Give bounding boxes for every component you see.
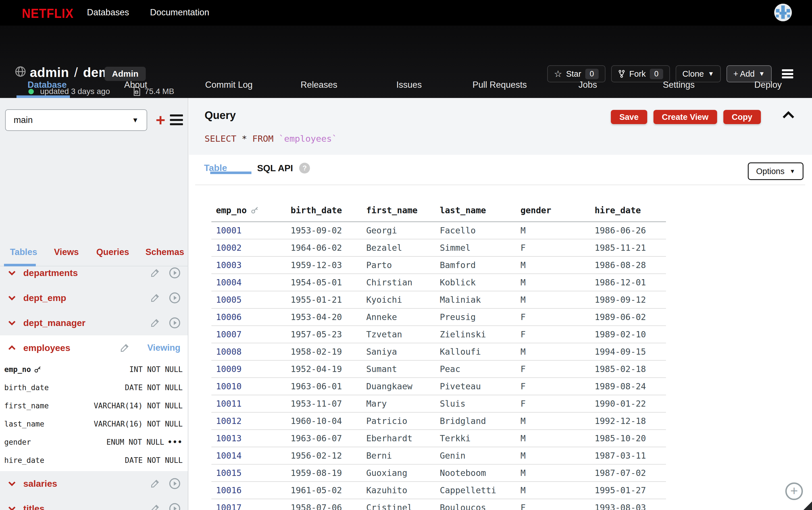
column-header-first_name[interactable]: first_name [362,205,435,215]
table-cell: M [516,416,590,426]
column-row-emp_no: emp_noINT NOT NULL [0,360,188,379]
save-button[interactable]: Save [611,110,647,124]
table-item-salaries[interactable]: salaries [0,471,188,496]
row-id-link[interactable]: 10008 [211,347,286,357]
run-table-icon[interactable] [169,292,180,304]
options-button[interactable]: Options ▼ [748,162,804,180]
row-id-link[interactable]: 10005 [211,295,286,305]
table-cell: Parto [362,260,435,270]
table-cell: 1985-10-20 [590,433,666,443]
row-id-link[interactable]: 10011 [211,399,286,409]
netflix-logo[interactable]: NETFLIX [22,6,74,21]
tab-sql-api[interactable]: SQL API ? [257,163,310,174]
run-table-icon[interactable] [169,317,180,329]
top-nav-link-databases[interactable]: Databases [87,7,129,18]
table-cell: 1994-09-15 [590,347,666,357]
column-header-birth_date[interactable]: birth_date [286,205,362,215]
edit-table-icon[interactable] [150,293,160,303]
sql-query-text[interactable]: SELECT * FROM `employees` [205,133,337,144]
row-id-link[interactable]: 10016 [211,485,286,495]
run-table-icon[interactable] [169,267,180,278]
run-table-icon[interactable] [169,503,180,510]
table-cell: M [516,468,590,478]
table-row: 100021964-06-02BezalelSimmelF1985-11-21 [211,239,666,257]
table-cell: Guoxiang [362,468,435,478]
edit-table-icon[interactable] [150,318,160,328]
row-id-link[interactable]: 10002 [211,243,286,253]
row-id-link[interactable]: 10014 [211,451,286,460]
edit-table-icon[interactable] [150,504,160,510]
edit-table-icon[interactable] [150,479,160,488]
table-cell: 1989-09-12 [590,295,666,305]
chevron-down-icon[interactable] [8,320,18,326]
tab-deploy[interactable]: Deploy [754,80,782,90]
tab-database[interactable]: Database [28,80,67,90]
chevron-up-icon[interactable] [8,345,18,351]
chevron-down-icon[interactable] [8,481,18,486]
table-row: 100171958-07-06CristinelBouloucosF1993-0… [211,499,666,510]
add-row-button[interactable]: + [785,482,803,500]
table-item-titles[interactable]: titles [0,496,188,510]
edit-table-icon[interactable] [150,268,160,278]
tab-releases[interactable]: Releases [300,80,337,90]
query-panel: Query SELECT * FROM `employees` Save Cre… [189,98,812,155]
sidebar-tab-queries[interactable]: Queries [96,247,129,257]
sidebar-tab-schemas[interactable]: Schemas [145,247,184,257]
branch-select[interactable]: main ▼ [5,109,147,131]
table-cell: M [516,295,590,305]
row-id-link[interactable]: 10013 [211,433,286,443]
help-icon[interactable]: ? [299,163,310,174]
table-row: 100101963-06-01DuangkaewPiveteauF1989-08… [211,378,666,395]
run-table-icon[interactable] [169,478,180,489]
table-item-dept_manager[interactable]: dept_manager [0,310,188,335]
tab-about[interactable]: About [124,80,147,90]
row-id-link[interactable]: 10012 [211,416,286,426]
row-id-link[interactable]: 10004 [211,277,286,288]
row-id-link[interactable]: 10009 [211,364,286,374]
create-view-button[interactable]: Create View [654,110,717,124]
user-avatar[interactable] [774,4,792,21]
chevron-down-icon: ▼ [789,168,795,175]
sidebar-tab-tables[interactable]: Tables [10,247,37,257]
edit-table-icon[interactable] [120,343,129,353]
row-id-link[interactable]: 10001 [211,226,286,235]
table-cell: 1964-06-02 [286,243,362,253]
top-nav-link-documentation[interactable]: Documentation [150,7,209,18]
branch-menu-icon[interactable] [170,114,183,125]
row-id-link[interactable]: 10003 [211,260,286,270]
collapse-query-icon[interactable] [782,111,795,119]
tab-issues[interactable]: Issues [396,80,422,90]
tab-settings[interactable]: Settings [663,80,695,90]
tab-commit-log[interactable]: Commit Log [205,80,253,90]
column-overflow-icon[interactable]: ••• [168,438,183,446]
tab-table[interactable]: Table [204,163,227,173]
table-item-departments[interactable]: departments [0,261,188,286]
primary-key-icon [251,206,259,214]
row-id-link[interactable]: 10015 [211,468,286,478]
table-cell: 1986-12-01 [590,277,666,288]
column-header-gender[interactable]: gender [516,205,590,215]
column-name: gender [4,438,31,446]
row-id-link[interactable]: 10007 [211,329,286,339]
table-item-dept_emp[interactable]: dept_emp [0,286,188,310]
table-cell: 1959-12-03 [286,260,362,270]
column-header-last_name[interactable]: last_name [435,205,516,215]
tab-pull-requests[interactable]: Pull Requests [472,80,527,90]
column-header-hire_date[interactable]: hire_date [590,205,666,215]
column-header-emp_no[interactable]: emp_no [211,205,286,215]
tab-jobs[interactable]: Jobs [578,80,597,90]
chevron-down-icon[interactable] [8,506,18,510]
row-id-link[interactable]: 10017 [211,503,286,510]
row-id-link[interactable]: 10010 [211,381,286,391]
chevron-down-icon[interactable] [8,295,18,301]
table-cell: 1959-08-19 [286,468,362,478]
sidebar-tab-views[interactable]: Views [54,247,79,257]
table-cell: Kalloufi [435,347,516,357]
table-item-employees[interactable]: employeesViewing [0,335,188,360]
copy-button[interactable]: Copy [723,110,761,124]
row-id-link[interactable]: 10006 [211,312,286,322]
table-cell: F [516,503,590,510]
chevron-down-icon[interactable] [8,270,18,276]
new-branch-button[interactable]: + [152,112,169,129]
table-cell: 1963-06-01 [286,381,362,391]
